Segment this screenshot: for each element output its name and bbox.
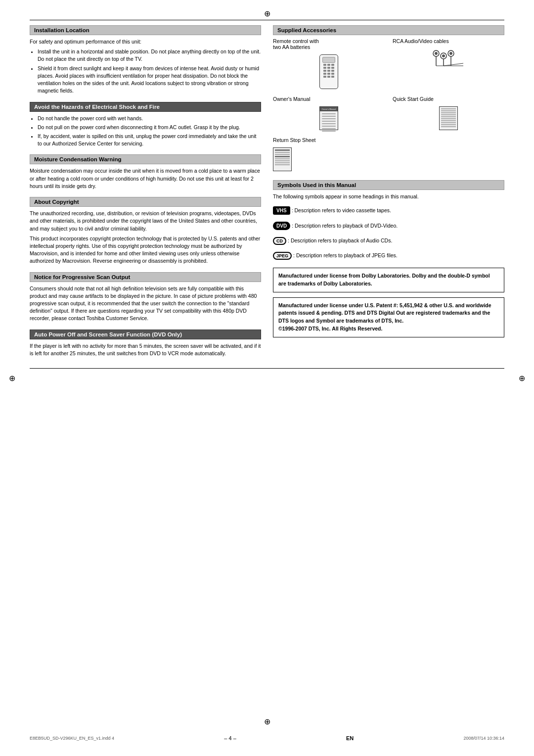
guide-line	[441, 122, 456, 123]
manual-drawing	[319, 106, 338, 130]
page-number: – 4 –	[224, 735, 236, 741]
guide-line	[441, 110, 456, 111]
stopsheet-thick-line	[275, 149, 290, 151]
cd-description: : Description refers to playback of Audi…	[288, 237, 392, 243]
footer-date: 2008/07/14 10:36:14	[463, 736, 504, 741]
remote-dot	[327, 67, 330, 69]
remote-drawing	[319, 54, 338, 89]
progressive-scan-text: Consumers should note that not all high …	[30, 285, 261, 323]
supplied-accessories-header: Supplied Accessories	[273, 25, 504, 35]
remote-buttons	[320, 64, 338, 78]
progressive-scan-section: Notice for Progressive Scan Output Consu…	[30, 272, 261, 323]
manual-label: Owner's Manual	[273, 96, 385, 102]
stopsheet-line	[275, 154, 290, 155]
guide-line	[441, 112, 456, 113]
manual-line	[322, 118, 336, 119]
symbols-intro: The following symbols appear in some hea…	[273, 193, 504, 200]
jpeg-badge: JPEG	[273, 252, 292, 260]
svg-point-1	[435, 52, 438, 55]
guide-line	[441, 124, 456, 125]
manual-line	[322, 128, 336, 129]
dvd-badge: DVD	[273, 222, 290, 230]
stopsheet-drawing	[273, 147, 292, 171]
page-lang: EN	[346, 735, 354, 741]
guide-line	[441, 126, 456, 127]
stopsheet-label: Return Stop Sheet	[273, 137, 504, 143]
remote-dot	[323, 70, 326, 72]
guide-drawing	[439, 106, 458, 130]
manual-line	[322, 116, 336, 117]
cd-symbol-row: CD : Description refers to playback of A…	[273, 235, 504, 246]
rca-accessory: RCA Audio/Video cables	[393, 38, 504, 91]
supplied-accessories-section: Supplied Accessories Remote control with…	[273, 25, 504, 173]
manual-line	[322, 126, 336, 127]
remote-dot	[327, 70, 330, 72]
remote-dot	[323, 64, 326, 66]
page-footer: E8EB5UD_SD-V296KU_EN_ES_v1.indd 4 – 4 – …	[0, 735, 534, 741]
remote-dot	[331, 64, 334, 66]
copyright-section: About Copyright The unauthorized recordi…	[30, 197, 261, 265]
remote-image	[319, 54, 338, 89]
svg-line-10	[444, 63, 463, 66]
manual-line	[322, 113, 336, 114]
stopsheet-line	[275, 162, 290, 163]
stopsheet-line	[275, 164, 290, 165]
manual-line	[322, 121, 336, 122]
copyright-para-2: This product incorporates copyright prot…	[30, 235, 261, 265]
hazard-bullet-1: Do not handle the power cord with wet ha…	[38, 115, 261, 122]
remote-dot	[331, 70, 334, 72]
dolby-notice-text: Manufactured under license from Dolby La…	[278, 272, 499, 288]
stopsheet-line	[275, 152, 290, 153]
moisture-section: Moisture Condensation Warning Moisture c…	[30, 154, 261, 190]
guide-line	[441, 114, 456, 115]
installation-location-section: Installation Location For safety and opt…	[30, 25, 261, 95]
remote-dot	[323, 73, 326, 75]
auto-power-text: If the player is left with no activity f…	[30, 342, 261, 357]
remote-dot	[323, 76, 326, 78]
jpeg-symbol-row: JPEG : Description refers to playback of…	[273, 250, 504, 261]
stopsheet-accessory: Return Stop Sheet	[273, 137, 504, 173]
manual-line	[322, 131, 336, 132]
manual-image	[319, 106, 338, 130]
top-registration-mark: ⊕	[264, 9, 270, 18]
guide-label: Quick Start Guide	[393, 96, 504, 102]
symbols-section: Symbols Used in this Manual The followin…	[273, 180, 504, 261]
guide-line	[441, 116, 456, 117]
installation-bullet-1: Install the unit in a horizontal and sta…	[38, 48, 261, 63]
remote-dot	[327, 76, 330, 78]
hazard-bullet-2: Do not pull on the power cord when disco…	[38, 124, 261, 131]
svg-point-7	[449, 52, 452, 55]
guide-line	[441, 118, 456, 119]
remote-accessory: Remote control withtwo AA batteries	[273, 38, 385, 91]
rca-image	[431, 48, 466, 69]
auto-power-header: Auto Power Off and Screen Saver Function…	[30, 330, 261, 339]
footer-filename: E8EB5UD_SD-V296KU_EN_ES_v1.indd 4	[30, 736, 114, 741]
installation-location-header: Installation Location	[30, 25, 261, 35]
dts-notice-text: Manufactured under license under U.S. Pa…	[278, 302, 499, 333]
stopsheet-line	[275, 160, 290, 161]
hazards-list: Do not handle the power cord with wet ha…	[38, 115, 261, 148]
moisture-header: Moisture Condensation Warning	[30, 154, 261, 164]
rca-label: RCA Audio/Video cables	[393, 38, 504, 44]
left-registration-mark: ⊕	[9, 374, 15, 383]
left-column: Installation Location For safety and opt…	[30, 25, 261, 364]
avoid-hazards-header: Avoid the Hazards of Electrical Shock an…	[30, 102, 261, 112]
guide-line	[441, 108, 456, 109]
copyright-header: About Copyright	[30, 197, 261, 207]
guide-accessory: Quick Start Guide	[393, 96, 504, 132]
vhs-badge: VHS	[273, 206, 290, 215]
progressive-scan-header: Notice for Progressive Scan Output	[30, 272, 261, 282]
remote-dot	[331, 67, 334, 69]
copyright-para-1: The unauthorized recording, use, distrib…	[30, 210, 261, 233]
dolby-notice-box: Manufactured under license from Dolby La…	[273, 268, 504, 292]
moisture-text: Moisture condensation may occur inside t…	[30, 167, 261, 190]
stopsheet-image	[273, 147, 292, 171]
guide-line	[441, 120, 456, 121]
remote-label: Remote control withtwo AA batteries	[273, 38, 385, 50]
right-registration-mark: ⊕	[519, 374, 525, 383]
jpeg-description: : Description refers to playback of JPEG…	[293, 252, 398, 258]
svg-point-4	[442, 54, 445, 57]
vhs-symbol-row: VHS : Description refers to video casset…	[273, 204, 504, 216]
remote-dot	[331, 73, 334, 75]
accessories-grid: Remote control withtwo AA batteries	[273, 38, 504, 173]
